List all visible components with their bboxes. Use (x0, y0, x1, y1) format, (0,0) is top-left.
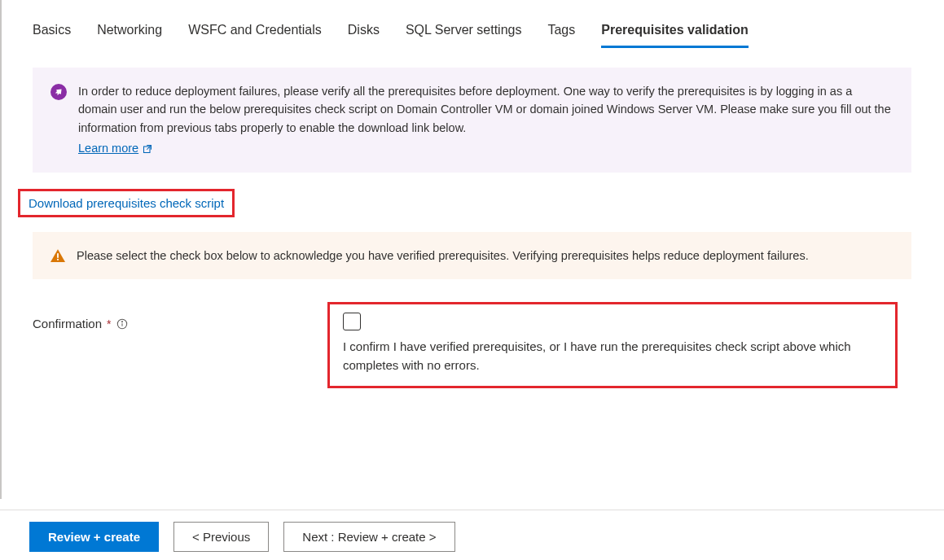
warning-banner-text: Please select the check box below to ack… (77, 247, 809, 265)
tab-disks[interactable]: Disks (348, 16, 380, 48)
warning-banner: Please select the check box below to ack… (33, 232, 911, 279)
learn-more-link[interactable]: Learn more (78, 139, 152, 157)
tab-prerequisites-validation[interactable]: Prerequisites validation (601, 16, 749, 48)
confirmation-checkbox[interactable] (343, 313, 361, 330)
next-button[interactable]: Next : Review + create > (283, 522, 454, 552)
external-link-icon (143, 144, 152, 154)
required-indicator: * (107, 317, 111, 330)
tab-basics[interactable]: Basics (33, 16, 71, 48)
svg-rect-1 (57, 253, 59, 258)
warning-icon (50, 248, 65, 263)
confirmation-label: Confirmation (33, 317, 102, 330)
info-banner-text: In order to reduce deployment failures, … (78, 85, 891, 134)
svg-point-5 (121, 322, 122, 322)
tab-networking[interactable]: Networking (97, 16, 162, 48)
confirmation-description: I confirm I have verified prerequisites,… (343, 338, 882, 374)
rocket-icon (50, 84, 67, 100)
tab-bar: Basics Networking WSFC and Credentials D… (33, 16, 911, 48)
tab-wsfc-credentials[interactable]: WSFC and Credentials (188, 16, 322, 48)
info-banner: In order to reduce deployment failures, … (33, 68, 911, 173)
tab-sql-server-settings[interactable]: SQL Server settings (406, 16, 522, 48)
footer-bar: Review + create < Previous Next : Review… (0, 510, 944, 560)
tab-tags[interactable]: Tags (547, 16, 575, 48)
review-create-button[interactable]: Review + create (29, 522, 159, 552)
info-icon[interactable] (116, 318, 128, 330)
download-prerequisites-link[interactable]: Download prerequisites check script (29, 196, 224, 210)
previous-button[interactable]: < Previous (173, 522, 269, 552)
svg-rect-2 (57, 259, 59, 260)
download-link-highlight: Download prerequisites check script (18, 189, 235, 217)
confirmation-highlight: I confirm I have verified prerequisites,… (327, 302, 898, 388)
